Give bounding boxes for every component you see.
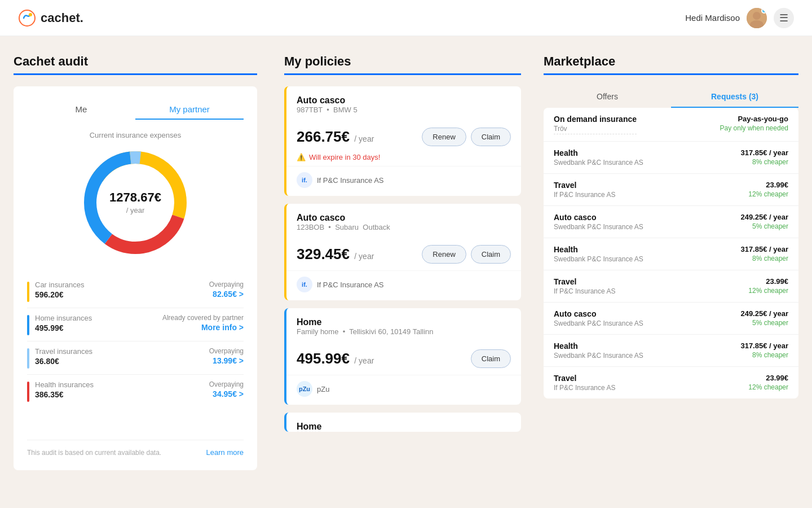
- travel-ins-amount: 36.80€: [35, 357, 92, 366]
- audit-card: Me My partner Current insurance expenses: [14, 86, 257, 470]
- mkt-name-2: Health: [554, 148, 643, 157]
- renew-btn-1[interactable]: Renew: [422, 128, 466, 146]
- ins-right-health: Overpaying 34.95€ >: [209, 380, 244, 398]
- ins-left-travel: Travel insurances 36.80€: [27, 347, 92, 369]
- policy-price-3: 495.99€ / year: [297, 350, 374, 367]
- mkt-discount-9: 12% cheaper: [748, 383, 788, 391]
- mkt-name-6: Travel: [554, 277, 615, 286]
- mkt-provider-8: Swedbank P&C Insurance AS: [554, 352, 643, 360]
- policy-price-row-1: 266.75€ / year Renew Claim: [286, 121, 521, 153]
- mkt-right-8: 317.85€ / year 8% cheaper: [740, 341, 788, 359]
- health-ins-name: Health insurances: [35, 380, 94, 389]
- donut-center: 1278.67€ / year: [109, 190, 161, 215]
- policy-type-2: Auto casco: [297, 213, 511, 223]
- mkt-left-1: On demand insurance Tröv: [554, 115, 637, 134]
- provider-logo-3: pZu: [297, 381, 312, 397]
- mkt-name-8: Health: [554, 341, 643, 351]
- car-ins-status: Overpaying: [209, 281, 244, 288]
- policy-header-4: Home: [286, 413, 521, 432]
- mkt-name-4: Auto casco: [554, 213, 643, 222]
- provider-logo-2: if.: [297, 277, 312, 292]
- policy-btns-2: Renew Claim: [422, 245, 511, 264]
- logo-icon: [18, 9, 36, 27]
- mkt-price-6: 23.99€: [748, 277, 788, 286]
- renew-btn-2[interactable]: Renew: [422, 245, 466, 264]
- mkt-price-9: 23.99€: [748, 374, 788, 382]
- claim-btn-3[interactable]: Claim: [471, 349, 511, 368]
- ins-left-health: Health insurances 386.35€: [27, 380, 94, 402]
- policy-type-4: Home: [297, 422, 511, 432]
- ins-right-car: Overpaying 82.65€ >: [209, 281, 244, 299]
- health-ins-action[interactable]: 34.95€ >: [209, 389, 244, 398]
- mkt-right-1: Pay-as-you-go Pay only when needed: [720, 115, 788, 132]
- donut-amount: 1278.67€: [109, 190, 161, 205]
- mkt-discount-7: 5% cheaper: [740, 319, 788, 327]
- claim-btn-1[interactable]: Claim: [471, 128, 511, 146]
- logo-text: cachet.: [41, 11, 83, 25]
- policy-card-1: Auto casco 987TBT • BMW 5 266.75€ / year…: [284, 86, 521, 196]
- mkt-right-7: 249.25€ / year 5% cheaper: [740, 309, 788, 327]
- home-ins-action[interactable]: More info >: [162, 323, 244, 332]
- avatar: [747, 8, 767, 28]
- policy-header-1: Auto casco 987TBT • BMW 5: [286, 86, 521, 114]
- mkt-name-9: Travel: [554, 374, 615, 383]
- home-ins-name: Home insurances: [35, 314, 92, 322]
- car-ins-action[interactable]: 82.65€ >: [209, 290, 244, 299]
- policies-underline: [284, 73, 521, 75]
- chart-label: Current insurance expenses: [27, 131, 244, 139]
- health-ins-status: Overpaying: [209, 380, 244, 388]
- mkt-right-6: 23.99€ 12% cheaper: [748, 277, 788, 295]
- user-name: Hedi Mardisoo: [685, 13, 740, 23]
- policies-panel: My policies Auto casco 987TBT • BMW 5 26…: [273, 54, 532, 470]
- audit-tabs: Me My partner: [27, 100, 244, 120]
- tab-requests[interactable]: Requests (3): [671, 86, 798, 108]
- mkt-provider-3: If P&C Insurance AS: [554, 191, 615, 199]
- learn-more-link[interactable]: Learn more: [206, 448, 244, 457]
- list-item: Health insurances 386.35€ Overpaying 34.…: [27, 375, 244, 408]
- marketplace-list: On demand insurance Tröv Pay-as-you-go P…: [544, 108, 798, 398]
- policy-price-1: 266.75€ / year: [297, 128, 374, 146]
- ins-right-home: Already covered by partner More info >: [162, 314, 244, 332]
- tab-partner[interactable]: My partner: [135, 100, 244, 120]
- policy-card-2: Auto casco 123BOB • Subaru Outback 329.4…: [284, 204, 521, 300]
- policy-btns-3: Claim: [471, 349, 511, 368]
- mkt-price-4: 249.25€ / year: [740, 213, 788, 221]
- list-item: On demand insurance Tröv Pay-as-you-go P…: [544, 108, 798, 142]
- mkt-provider-2: Swedbank P&C Insurance AS: [554, 159, 643, 167]
- mkt-price-2: 317.85€ / year: [740, 148, 788, 157]
- warning-icon: ⚠️: [297, 153, 306, 161]
- list-item: Auto casco Swedbank P&C Insurance AS 249…: [544, 206, 798, 238]
- policy-subtitle-3: Family home • Telliskivi 60, 10149 Talli…: [297, 327, 511, 336]
- online-indicator: [761, 8, 767, 14]
- menu-button[interactable]: ☰: [774, 8, 794, 28]
- mkt-discount-6: 12% cheaper: [748, 287, 788, 295]
- policy-provider-1: if. If P&C Insurance AS: [286, 166, 521, 196]
- travel-ins-action[interactable]: 13.99€ >: [209, 356, 244, 365]
- tab-offers[interactable]: Offers: [544, 86, 671, 108]
- policy-subtitle-2: 123BOB • Subaru Outback: [297, 223, 511, 231]
- mkt-left-9: Travel If P&C Insurance AS: [554, 374, 615, 392]
- mkt-right-2: 317.85€ / year 8% cheaper: [740, 148, 788, 166]
- list-item: Home insurances 495.99€ Already covered …: [27, 308, 244, 341]
- provider-name-1: If P&C Insurance AS: [317, 176, 384, 185]
- home-ins-status: Already covered by partner: [162, 314, 244, 322]
- donut-chart: 1278.67€ / year: [79, 146, 192, 259]
- policy-type-1: Auto casco: [297, 95, 511, 106]
- list-item: Travel insurances 36.80€ Overpaying 13.9…: [27, 341, 244, 375]
- health-ins-amount: 386.35€: [35, 390, 94, 399]
- claim-btn-2[interactable]: Claim: [471, 245, 511, 264]
- travel-ins-name: Travel insurances: [35, 347, 92, 356]
- policy-header-3: Home Family home • Telliskivi 60, 10149 …: [286, 308, 521, 336]
- mkt-price-5: 317.85€ / year: [740, 245, 788, 253]
- tab-me[interactable]: Me: [27, 100, 135, 120]
- header-right: Hedi Mardisoo ☰: [685, 8, 794, 28]
- main-content: Cachet audit Me My partner Current insur…: [0, 36, 812, 470]
- policies-title: My policies: [284, 54, 521, 69]
- list-item: Health Swedbank P&C Insurance AS 317.85€…: [544, 335, 798, 367]
- travel-color-bar: [27, 348, 29, 369]
- mkt-name-3: Travel: [554, 181, 615, 190]
- mkt-discount-8: 8% cheaper: [740, 351, 788, 359]
- mkt-right-9: 23.99€ 12% cheaper: [748, 374, 788, 391]
- policy-type-3: Home: [297, 317, 511, 327]
- list-item: Auto casco Swedbank P&C Insurance AS 249…: [544, 303, 798, 335]
